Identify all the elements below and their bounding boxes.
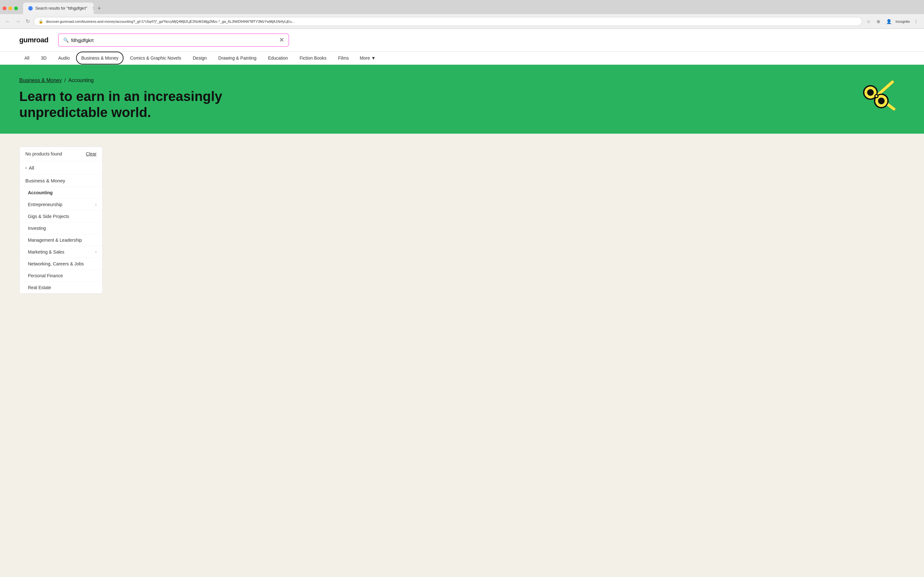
tab-close-button[interactable]: ✕	[92, 6, 94, 11]
sidebar-item-gigs[interactable]: Gigs & Side Projects	[19, 211, 102, 222]
svg-point-15	[878, 97, 885, 104]
address-text: discover.gumroad.com/business-and-money/…	[46, 19, 857, 23]
incognito-label: Incognito	[895, 19, 910, 23]
tab-bar: Search results for "fdhgjdfgkrt" ✕ +	[0, 0, 924, 14]
svg-line-8	[877, 82, 893, 96]
sidebar-item-personal-finance[interactable]: Personal Finance	[19, 270, 102, 282]
sidebar-back-button[interactable]: ‹ All	[19, 161, 102, 175]
traffic-lights	[3, 6, 18, 10]
more-categories-button[interactable]: More ▼	[355, 52, 380, 64]
extensions-icon[interactable]: ⊕	[875, 18, 882, 25]
sidebar-item-label-investing: Investing	[28, 226, 46, 231]
chevron-right-icon-marketing: ›	[95, 250, 97, 254]
breadcrumb: Business & Money / Accounting	[19, 77, 905, 83]
sidebar: No products found Clear ‹ All Business &…	[19, 147, 103, 294]
browser-chrome: Search results for "fdhgjdfgkrt" ✕ + ← →…	[0, 0, 924, 29]
search-icon: 🔍	[63, 37, 69, 43]
sidebar-item-label-management: Management & Leadership	[28, 237, 82, 243]
cat-business-money[interactable]: Business & Money	[76, 52, 124, 64]
breadcrumb-parent-link[interactable]: Business & Money	[19, 77, 62, 83]
sidebar-item-real-estate[interactable]: Real Estate	[19, 282, 102, 293]
hero-illustration	[853, 74, 898, 127]
sidebar-item-label-networking: Networking, Careers & Jobs	[28, 261, 84, 266]
category-nav: All 3D Audio Business & Money Comics & G…	[0, 52, 924, 65]
clear-button[interactable]: Clear	[86, 151, 97, 156]
site-logo[interactable]: gumroad	[19, 36, 48, 44]
sidebar-item-label-gigs: Gigs & Side Projects	[28, 214, 69, 219]
cat-fiction-books[interactable]: Fiction Books	[294, 52, 332, 64]
sidebar-item-accounting[interactable]: Accounting	[19, 187, 102, 199]
security-lock-icon: 🔒	[39, 19, 43, 24]
cat-comics[interactable]: Comics & Graphic Novels	[125, 52, 186, 64]
browser-tab[interactable]: Search results for "fdhgjdfgkrt" ✕	[23, 3, 94, 14]
cat-all[interactable]: All	[19, 52, 35, 64]
reload-button[interactable]: ↻	[24, 17, 31, 26]
bookmark-icon[interactable]: ☆	[865, 18, 873, 25]
cat-3d[interactable]: 3D	[36, 52, 52, 64]
cat-education[interactable]: Education	[263, 52, 293, 64]
maximize-window-button[interactable]	[14, 6, 18, 10]
sidebar-panel: No products found Clear ‹ All Business &…	[19, 147, 103, 294]
products-area	[112, 147, 905, 294]
cat-audio[interactable]: Audio	[53, 52, 75, 64]
breadcrumb-current: Accounting	[68, 77, 94, 83]
sidebar-item-label-personal-finance: Personal Finance	[28, 273, 63, 278]
search-bar: 🔍 ✕	[58, 33, 289, 47]
back-button[interactable]: ←	[4, 17, 11, 26]
sidebar-item-management[interactable]: Management & Leadership	[19, 234, 102, 246]
tab-title: Search results for "fdhgjdfgkrt"	[35, 6, 87, 11]
site-header: gumroad 🔍 ✕	[0, 29, 924, 52]
browser-toolbar: ← → ↻ 🔒 discover.gumroad.com/business-an…	[0, 14, 924, 29]
sidebar-item-label-real-estate: Real Estate	[28, 285, 51, 290]
sidebar-item-marketing[interactable]: Marketing & Sales ›	[19, 246, 102, 258]
hero-title: Learn to earn in an increasingly unpredi…	[19, 89, 244, 121]
chevron-down-icon: ▼	[371, 55, 376, 61]
sidebar-item-label-entrepreneurship: Entrepreneurship	[28, 202, 62, 207]
sidebar-item-entrepreneurship[interactable]: Entrepreneurship ›	[19, 199, 102, 211]
forward-button[interactable]: →	[14, 17, 22, 26]
sidebar-back-label: All	[29, 165, 34, 171]
toolbar-right: ☆ ⊕ 👤 Incognito ⋮	[865, 18, 920, 25]
close-window-button[interactable]	[3, 6, 6, 10]
sidebar-item-label-accounting: Accounting	[28, 190, 53, 195]
sidebar-item-networking[interactable]: Networking, Careers & Jobs	[19, 258, 102, 270]
profile-icon[interactable]: 👤	[884, 18, 893, 25]
address-bar[interactable]: 🔒 discover.gumroad.com/business-and-mone…	[34, 17, 862, 26]
page-content: gumroad 🔍 ✕ All 3D Audio Business & Mone…	[0, 29, 924, 307]
new-tab-button[interactable]: +	[95, 4, 103, 13]
more-label: More	[360, 55, 370, 61]
main-content: No products found Clear ‹ All Business &…	[0, 134, 924, 307]
sidebar-header: No products found Clear	[19, 147, 102, 161]
search-clear-button[interactable]: ✕	[279, 37, 284, 44]
svg-point-17	[876, 95, 878, 97]
cat-design[interactable]: Design	[188, 52, 212, 64]
chevron-right-icon: ›	[95, 202, 97, 207]
sidebar-item-label-marketing: Marketing & Sales	[28, 250, 65, 255]
tab-favicon-icon	[28, 6, 33, 11]
scissors-icon	[853, 74, 898, 126]
breadcrumb-separator: /	[65, 77, 66, 83]
search-input[interactable]	[71, 37, 276, 43]
sidebar-category-title: Business & Money	[19, 175, 102, 187]
cat-films[interactable]: Films	[333, 52, 354, 64]
hero-content: Business & Money / Accounting Learn to e…	[19, 77, 905, 121]
sidebar-item-investing[interactable]: Investing	[19, 222, 102, 234]
menu-icon[interactable]: ⋮	[912, 18, 920, 25]
cat-drawing-painting[interactable]: Drawing & Painting	[213, 52, 262, 64]
back-arrow-icon: ‹	[25, 165, 27, 170]
svg-point-13	[867, 89, 874, 96]
hero-banner: Business & Money / Accounting Learn to e…	[0, 65, 924, 134]
no-products-label: No products found	[25, 151, 62, 156]
minimize-window-button[interactable]	[8, 6, 12, 10]
